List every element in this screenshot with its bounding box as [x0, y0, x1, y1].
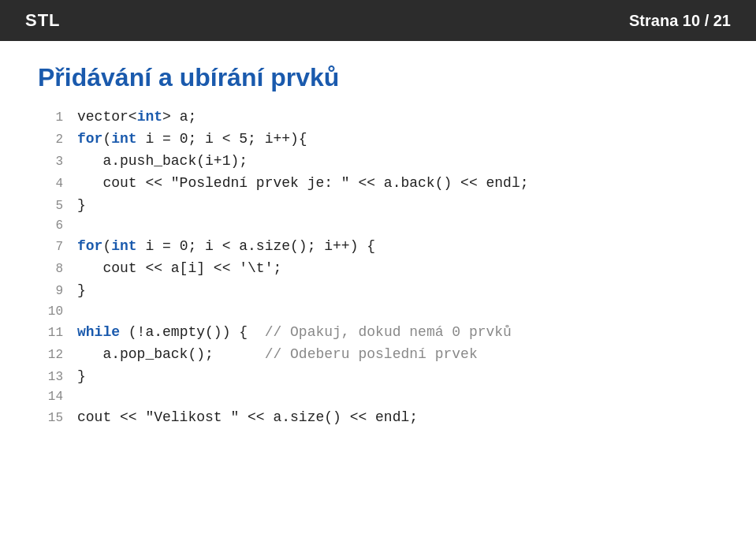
- line-number: 12: [38, 345, 63, 365]
- code-line: 14: [38, 387, 718, 407]
- code-line: 12 a.pop_back(); // Odeberu poslední prv…: [38, 344, 718, 366]
- code-line: 8 cout << a[i] << '\t';: [38, 258, 718, 280]
- line-number: 14: [38, 387, 63, 407]
- line-number: 4: [38, 174, 63, 194]
- slide-title: Přidávání a ubírání prvků: [0, 41, 756, 106]
- code-area: 1vector<int> a;2for(int i = 0; i < 5; i+…: [0, 106, 756, 429]
- header-page: Strana 10 / 21: [629, 12, 731, 30]
- line-code: }: [77, 195, 86, 217]
- line-number: 7: [38, 237, 63, 257]
- code-line: 2for(int i = 0; i < 5; i++){: [38, 129, 718, 151]
- code-line: 5}: [38, 195, 718, 217]
- line-code: a.pop_back(); // Odeberu poslední prvek: [77, 344, 478, 366]
- code-line: 13}: [38, 366, 718, 388]
- line-number: 6: [38, 216, 63, 236]
- code-line: 7for(int i = 0; i < a.size(); i++) {: [38, 236, 718, 258]
- line-number: 11: [38, 323, 63, 343]
- line-code: while (!a.empty()) { // Opakuj, dokud ne…: [77, 322, 512, 344]
- line-number: 1: [38, 108, 63, 128]
- line-code: cout << "Velikost " << a.size() << endl;: [77, 407, 418, 429]
- line-code: vector<int> a;: [77, 106, 196, 129]
- line-number: 8: [38, 259, 63, 279]
- code-line: 1vector<int> a;: [38, 106, 718, 129]
- code-line: 11while (!a.empty()) { // Opakuj, dokud …: [38, 322, 718, 344]
- line-code: a.push_back(i+1);: [77, 151, 248, 173]
- line-number: 9: [38, 282, 63, 301]
- line-number: 3: [38, 152, 63, 172]
- code-line: 15cout << "Velikost " << a.size() << end…: [38, 407, 718, 429]
- line-code: }: [77, 280, 86, 302]
- line-code: for(int i = 0; i < 5; i++){: [77, 129, 307, 151]
- line-number: 5: [38, 196, 63, 216]
- line-code: for(int i = 0; i < a.size(); i++) {: [77, 236, 375, 258]
- header-title: STL: [25, 10, 61, 31]
- code-line: 6: [38, 216, 718, 236]
- line-number: 13: [38, 368, 63, 387]
- code-line: 10: [38, 302, 718, 322]
- line-code: cout << "Poslední prvek je: " << a.back(…: [77, 173, 529, 195]
- line-number: 10: [38, 302, 63, 322]
- line-number: 15: [38, 409, 63, 428]
- code-line: 9}: [38, 280, 718, 302]
- line-code: }: [77, 366, 86, 388]
- header: STL Strana 10 / 21: [0, 0, 756, 41]
- code-line: 3 a.push_back(i+1);: [38, 151, 718, 173]
- line-number: 2: [38, 130, 63, 150]
- code-line: 4 cout << "Poslední prvek je: " << a.bac…: [38, 173, 718, 195]
- line-code: cout << a[i] << '\t';: [77, 258, 281, 280]
